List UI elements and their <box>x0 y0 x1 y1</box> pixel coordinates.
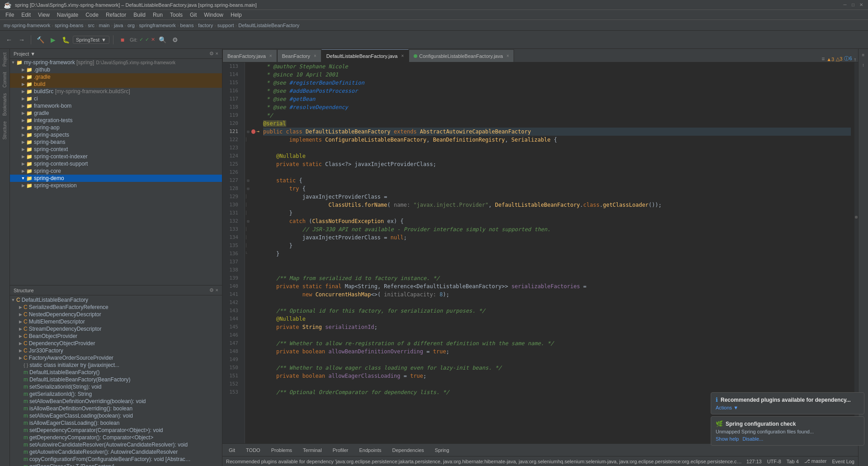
struct-static-init[interactable]: { } static class initializer try {javaxi… <box>10 361 222 369</box>
menu-item-file[interactable]: File <box>2 11 18 19</box>
breadcrumb-item-6[interactable]: springframework <box>139 23 176 28</box>
tab-default-listable-close[interactable]: × <box>401 53 404 58</box>
struct-nested[interactable]: ▶C NestedDependencyDescriptor <box>10 311 222 318</box>
structure-root[interactable]: ▼ C DefaultListableBeanFactory <box>10 296 222 304</box>
tree-spring-context[interactable]: ▶ 📁 spring-context <box>10 146 222 153</box>
tree-spring-demo[interactable]: ▼ 📁 spring-demo <box>10 175 222 182</box>
structure-tool-label[interactable]: Structure <box>1 119 8 142</box>
tab-configurable-close[interactable]: × <box>506 53 509 58</box>
notif-actions-button[interactable]: Actions ▼ <box>716 405 738 410</box>
breadcrumb-item-5[interactable]: org <box>127 23 135 28</box>
maximize-button[interactable]: □ <box>850 2 856 8</box>
tab-default-listable[interactable]: DefaultListableBeanFactory.java × <box>321 49 409 62</box>
status-encoding[interactable]: UTF-8 <box>767 459 781 464</box>
fold-127[interactable]: ⊟ <box>247 176 249 185</box>
struct-setSerial[interactable]: m setSerializationId(String): void <box>10 383 222 390</box>
commit-tool-label[interactable]: Commit <box>1 70 8 89</box>
tree-spring-expression[interactable]: ▶ 📁 spring-expression <box>10 182 222 189</box>
notif-disable[interactable]: Disable... <box>742 436 763 442</box>
tab-todo[interactable]: TODO <box>241 447 265 454</box>
tab-beanfactory-java-close[interactable]: × <box>269 53 272 58</box>
tab-problems[interactable]: Problems <box>267 447 297 454</box>
project-panel-close[interactable]: × <box>216 51 218 57</box>
menu-item-git[interactable]: Git <box>186 11 200 19</box>
structure-panel-settings[interactable]: ⚙ <box>209 287 214 293</box>
tree-gradle-dir[interactable]: ▶ 📁 .gradle <box>10 73 222 81</box>
tree-spring-context-indexer[interactable]: ▶ 📁 spring-context-indexer <box>10 153 222 160</box>
build-button[interactable]: 🔨 <box>35 34 46 45</box>
tree-spring-aspects[interactable]: ▶ 📁 spring-aspects <box>10 131 222 138</box>
struct-isAllow[interactable]: m isAllowBeanDefinitionOverriding(): boo… <box>10 405 222 412</box>
breadcrumb-item-0[interactable]: my-spring-framework <box>4 23 50 28</box>
tab-spring[interactable]: Spring <box>430 447 454 454</box>
tree-spring-beans[interactable]: ▶ 📁 spring-beans <box>10 138 222 146</box>
right-scroll-map[interactable] <box>854 62 858 443</box>
tree-ci[interactable]: ▶ 📁 ci <box>10 95 222 102</box>
struct-copyConfig[interactable]: m copyConfigurationFrom(ConfigurableBean… <box>10 456 222 463</box>
run-button[interactable]: ▶ <box>47 34 58 45</box>
struct-setAllow[interactable]: m setAllowBeanDefinitionOverriding(boole… <box>10 398 222 405</box>
breadcrumb-item-7[interactable]: beans <box>180 23 194 28</box>
tab-terminal[interactable]: Terminal <box>298 447 326 454</box>
breadcrumb-item-2[interactable]: src <box>88 23 94 28</box>
structure-panel-close[interactable]: × <box>216 287 218 293</box>
struct-getDepComp[interactable]: m getDependencyComparator(): Comparator<… <box>10 434 222 441</box>
fold-121[interactable]: ⊟ <box>247 128 249 136</box>
struct-setDepComp[interactable]: m setDependencyComparator(Comparator<Obj… <box>10 427 222 434</box>
notif-show-help[interactable]: Show help <box>716 436 739 442</box>
project-tool-label[interactable]: Project <box>1 51 8 68</box>
settings-button[interactable]: ⚙ <box>170 34 180 45</box>
back-button[interactable]: ← <box>4 34 14 45</box>
breadcrumb-item-10[interactable]: DefaultListableBeanFactory <box>238 23 299 28</box>
struct-multi[interactable]: ▶C MultiElementDescriptor <box>10 318 222 325</box>
struct-setAutowire[interactable]: m setAutowireCandidateResolver(AutowireC… <box>10 441 222 448</box>
menu-item-build[interactable]: Build <box>130 11 149 19</box>
struct-setAllowEager[interactable]: m setAllowEagerClassLoading(boolean): vo… <box>10 412 222 419</box>
status-line-col[interactable]: 127:13 <box>746 459 762 464</box>
bookmarks-tool-label[interactable]: Bookmarks <box>1 91 8 118</box>
tab-configurable-listable[interactable]: ConfigurableListableBeanFactory.java × <box>409 49 514 62</box>
struct-getSerial[interactable]: m getSerializationId(): String <box>10 390 222 398</box>
struct-jsr330[interactable]: ▶C Jsr330Factory <box>10 347 222 354</box>
struct-constructor1[interactable]: m DefaultListableBeanFactory() <box>10 369 222 376</box>
close-button[interactable]: ✕ <box>858 2 864 8</box>
breadcrumb-item-8[interactable]: factory <box>198 23 213 28</box>
tree-build-dir[interactable]: ▶ 📁 build <box>10 81 222 88</box>
struct-getBean[interactable]: m getBeanClass<T>: T [BeanFactory] <box>10 463 222 466</box>
struct-factory[interactable]: ▶C FactoryAwareOrderSourceProvider <box>10 354 222 361</box>
breadcrumb-item-1[interactable]: spring-beans <box>55 23 84 28</box>
breadcrumb-item-9[interactable]: support <box>217 23 234 28</box>
menu-item-view[interactable]: View <box>34 11 53 19</box>
tree-integration-tests[interactable]: ▶ 📁 integration-tests <box>10 117 222 124</box>
status-tab-size[interactable]: Tab 4 <box>787 459 799 464</box>
menu-item-refactor[interactable]: Refactor <box>102 11 130 19</box>
struct-getAutowire[interactable]: m getAutowireCandidateResolver(): Autowi… <box>10 448 222 456</box>
debug-button[interactable]: 🐛 <box>60 34 71 45</box>
menu-item-help[interactable]: Help <box>227 11 245 19</box>
fold-128[interactable]: ⊟ <box>247 185 249 193</box>
fold-132[interactable]: ⊟ <box>247 217 249 225</box>
tree-spring-core[interactable]: ▶ 📁 spring-core <box>10 167 222 175</box>
menu-item-tools[interactable]: Tools <box>166 11 186 19</box>
struct-constructor2[interactable]: m DefaultListableBeanFactory(BeanFactory… <box>10 376 222 383</box>
struct-serialized[interactable]: ▶C SerializedBeanFactoryReference <box>10 304 222 311</box>
tree-framework-bom[interactable]: ▶ 📁 framework-bom <box>10 102 222 109</box>
struct-stream[interactable]: ▶C StreamDependencyDescriptor <box>10 325 222 333</box>
struct-beanobj[interactable]: ▶C BeanObjectProvider <box>10 333 222 340</box>
tree-github[interactable]: ▶ 📁 .github <box>10 66 222 73</box>
tab-dependencies[interactable]: Dependencies <box>387 447 428 454</box>
tab-beanfactory[interactable]: BeanFactory × <box>277 49 321 62</box>
run-config-selector[interactable]: SpringTest ▼ <box>73 36 109 44</box>
tree-spring-aop[interactable]: ▶ 📁 spring-aop <box>10 124 222 131</box>
minimize-button[interactable]: ─ <box>842 2 848 8</box>
struct-isAllowEager[interactable]: m isAllowEagerClassLoading(): boolean <box>10 419 222 427</box>
tab-beanfactory-java[interactable]: BeanFactory.java × <box>222 49 277 62</box>
status-event-log[interactable]: Event Log <box>832 459 854 464</box>
tree-root[interactable]: ▼ 📁 my-spring-framework [spring] D:\Java… <box>10 59 222 66</box>
tab-git[interactable]: Git <box>224 447 240 454</box>
right-tool-2[interactable]: ↕ <box>859 61 868 69</box>
tab-endpoints[interactable]: Endpoints <box>355 447 386 454</box>
menu-item-code[interactable]: Code <box>82 11 102 19</box>
tab-beanfactory-close[interactable]: × <box>314 53 316 58</box>
tabs-more-button[interactable]: ≡ <box>821 56 825 62</box>
